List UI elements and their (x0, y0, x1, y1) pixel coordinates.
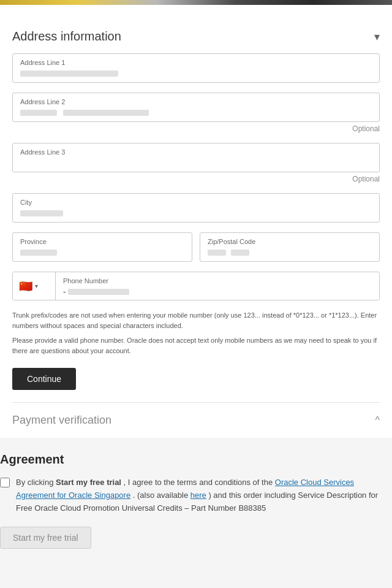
top-gradient-bar (0, 0, 392, 5)
phone-label: Phone Number (63, 277, 372, 284)
province-value (20, 248, 184, 258)
here-link[interactable]: here (190, 491, 206, 500)
phone-value-row: - (63, 287, 372, 296)
china-flag-icon: 🇨🇳 (19, 280, 32, 293)
city-field[interactable]: City (12, 193, 380, 223)
province-label: Province (20, 238, 184, 245)
agreement-text: By clicking Start my free trial , I agre… (16, 476, 392, 514)
address-line-2-optional: Optional (12, 124, 380, 133)
phone-mock (68, 289, 129, 295)
address-line-2-mock-2 (63, 110, 149, 116)
agreement-section: Agreement By clicking Start my free tria… (0, 438, 392, 563)
city-group: City (12, 193, 380, 223)
address-line-2-label: Address Line 2 (20, 98, 372, 105)
agreement-checkbox[interactable] (0, 478, 10, 487)
phone-row: 🇨🇳 ▾ Phone Number - (12, 272, 380, 300)
phone-input-area[interactable]: Phone Number - (56, 272, 379, 300)
province-zip-group: Province Zip/Postal Code (12, 232, 380, 262)
address-line-3-value (20, 158, 372, 168)
agreement-text-after: . (also available (133, 491, 188, 500)
start-trial-button[interactable]: Start my free trial (0, 527, 91, 549)
city-mock (20, 210, 63, 216)
payment-chevron-icon[interactable]: ^ (375, 415, 380, 426)
address-line-2-mock-1 (20, 110, 57, 116)
phone-country-selector[interactable]: 🇨🇳 ▾ (13, 272, 56, 300)
address-section-header: Address information ▾ (12, 17, 380, 53)
address-line-3-group: Address Line 3 Optional (12, 143, 380, 183)
phone-dash: - (63, 287, 66, 296)
address-section-title: Address information (12, 29, 121, 44)
phone-notice-2: Please provide a valid phone number. Ora… (12, 335, 380, 356)
agreement-bold-text: Start my free trial (56, 478, 121, 487)
agreement-row: By clicking Start my free trial , I agre… (0, 476, 392, 514)
address-line-1-label: Address Line 1 (20, 59, 372, 66)
agreement-text-middle: , I agree to the terms and conditions of… (124, 478, 273, 487)
address-line-3-field[interactable]: Address Line 3 (12, 143, 380, 172)
province-mock (20, 250, 57, 256)
address-line-2-value (20, 108, 372, 118)
zip-field[interactable]: Zip/Postal Code (200, 232, 380, 262)
agreement-title: Agreement (0, 452, 392, 467)
address-chevron-icon[interactable]: ▾ (374, 30, 380, 44)
zip-label: Zip/Postal Code (208, 238, 372, 245)
address-line-1-value (20, 69, 372, 78)
address-line-2-group: Address Line 2 Optional (12, 93, 380, 133)
zip-value (208, 248, 372, 258)
city-label: City (20, 199, 372, 206)
city-value (20, 208, 372, 218)
payment-section: Payment verification ^ (12, 402, 380, 438)
address-line-1-mock (20, 71, 118, 77)
continue-button[interactable]: Continue (12, 368, 76, 390)
zip-mock-1 (208, 250, 226, 256)
province-field[interactable]: Province (12, 232, 192, 262)
phone-dropdown-arrow: ▾ (35, 283, 38, 289)
zip-mock-2 (231, 250, 249, 256)
payment-section-title: Payment verification (12, 414, 111, 427)
phone-group: 🇨🇳 ▾ Phone Number - (12, 272, 380, 300)
phone-notice-1: Trunk prefix/codes are not used when ent… (12, 310, 380, 330)
agreement-text-by-clicking: By clicking (16, 478, 53, 487)
address-line-3-label: Address Line 3 (20, 148, 372, 156)
address-line-1-group: Address Line 1 (12, 53, 380, 83)
address-line-1-field[interactable]: Address Line 1 (12, 53, 380, 83)
address-line-3-optional: Optional (12, 175, 380, 183)
address-line-2-field[interactable]: Address Line 2 (12, 93, 380, 122)
